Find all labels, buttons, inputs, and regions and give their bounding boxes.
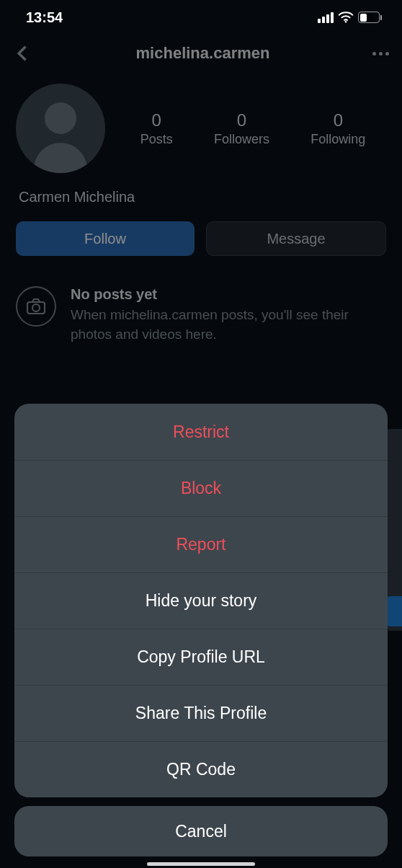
action-cancel[interactable]: Cancel [14,806,388,856]
home-indicator[interactable] [147,862,255,866]
svg-point-0 [345,21,347,22]
status-bar: 13:54 39 [0,0,402,32]
wifi-icon [338,12,354,23]
empty-state: No posts yet When michelina.carmen posts… [0,256,402,344]
action-sheet-group: Restrict Block Report Hide your story Co… [14,404,388,797]
cellular-icon [318,12,334,23]
stat-posts-value: 0 [140,110,173,130]
stat-followers-label: Followers [214,132,269,147]
message-button[interactable]: Message [206,221,386,256]
suggestion-peek-button [386,596,402,626]
action-copy-url[interactable]: Copy Profile URL [14,629,388,685]
action-report[interactable]: Report [14,516,388,572]
status-indicators: 39 [318,12,382,23]
profile-actions: Follow Message [0,205,402,256]
profile-stats: 0 Posts 0 Followers 0 Following [120,110,386,147]
action-share[interactable]: Share This Profile [14,685,388,741]
avatar[interactable] [16,84,105,173]
follow-button[interactable]: Follow [16,221,195,256]
header-username: michelina.carmen [136,44,270,63]
action-hide-story[interactable]: Hide your story [14,572,388,629]
stat-following[interactable]: 0 Following [311,110,365,147]
stat-following-value: 0 [311,110,365,130]
display-name: Carmen Michelina [0,179,402,205]
action-sheet: Restrict Block Report Hide your story Co… [14,404,388,856]
status-time: 13:54 [26,9,63,26]
action-block[interactable]: Block [14,460,388,516]
profile-header: michelina.carmen [0,32,402,72]
action-qr-code[interactable]: QR Code [14,741,388,797]
stat-posts[interactable]: 0 Posts [140,110,173,147]
camera-icon [16,286,56,327]
empty-subtitle: When michelina.carmen posts, you'll see … [71,306,386,344]
suggestion-peek [386,429,402,631]
more-options-button[interactable] [372,52,389,56]
back-button[interactable] [13,43,33,63]
action-restrict[interactable]: Restrict [14,404,388,460]
stat-following-label: Following [311,132,365,147]
svg-point-2 [32,304,40,311]
battery-percent: 39 [359,13,379,22]
profile-summary: 0 Posts 0 Followers 0 Following [0,72,402,179]
stat-followers-value: 0 [214,110,269,130]
stat-followers[interactable]: 0 Followers [214,110,269,147]
battery-icon: 39 [358,12,382,23]
stat-posts-label: Posts [140,132,173,147]
empty-title: No posts yet [71,286,386,303]
